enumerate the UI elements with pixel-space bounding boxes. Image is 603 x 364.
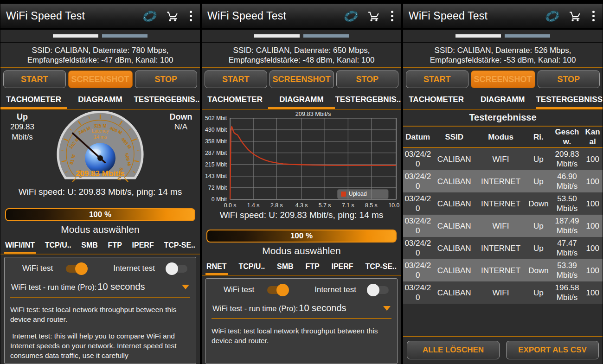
- mode-tab-ftp[interactable]: FTP: [107, 237, 123, 254]
- tab-testergebniss[interactable]: TESTERGEBNISS: [536, 90, 603, 109]
- cell-datum: 03/24/20: [403, 148, 433, 170]
- cell-ri: Up: [526, 148, 552, 170]
- throughput-chart-block: 209.83 Mbit/s0 Mbit72 Mbit143 Mbit215 Mb…: [202, 110, 401, 210]
- tab-diagramm[interactable]: DIAGRAMM: [67, 90, 133, 109]
- app-bar: WiFi Speed Test: [0, 4, 200, 30]
- tab-testergebnis[interactable]: TESTERGEBNIS..: [335, 90, 401, 109]
- wifi-test-label: WiFi test: [224, 285, 254, 294]
- tab-tachometer[interactable]: TACHOMETER: [202, 90, 268, 109]
- export-csv-button[interactable]: EXPORT ALS CSV: [506, 341, 599, 359]
- overflow-menu-icon[interactable]: [389, 11, 396, 21]
- mode-tab-smb[interactable]: SMB: [80, 237, 99, 254]
- connection-info-line2: Empfangsfeldstärke: -53 dBm, Kanal: 100: [405, 55, 601, 65]
- cell-ri: Up: [526, 281, 552, 304]
- cell-ri: Down: [526, 192, 552, 215]
- svg-text:10.0 s: 10.0 s: [388, 202, 400, 209]
- overflow-menu-icon[interactable]: [590, 11, 597, 21]
- dropdown-caret-icon: [182, 285, 189, 289]
- svg-text:209.83 Mbit/s: 209.83 Mbit/s: [295, 111, 331, 117]
- svg-text:Latency: Latency: [92, 128, 109, 134]
- delete-all-button[interactable]: ALLE LÖSCHEN: [407, 341, 500, 359]
- cell-ri: Up: [526, 215, 552, 237]
- cell-datum: 03/24/20: [403, 215, 433, 237]
- result-row[interactable]: 03/24/20CALIBANINTERNETDown53.50 Mbit/s1…: [403, 192, 603, 215]
- tab-testergebnis[interactable]: TESTERGEBNIS..: [134, 90, 200, 109]
- main-tab-bar: TACHOMETERDIAGRAMMTESTERGEBNIS..: [202, 90, 401, 110]
- tab-diagramm[interactable]: DIAGRAMM: [469, 90, 536, 109]
- mode-tab-tcp-u[interactable]: TCP/U..: [44, 237, 72, 254]
- internet-test-toggle[interactable]: [368, 286, 389, 294]
- sync-ring-icon[interactable]: [142, 8, 158, 24]
- svg-text:5.7 s: 5.7 s: [319, 202, 331, 209]
- result-row[interactable]: 03/24/20CALIBANWIFIUp196.58 Mbit/s100: [403, 281, 603, 304]
- mode-tab-iperf[interactable]: IPERF: [131, 237, 155, 254]
- cart-icon[interactable]: [569, 10, 581, 22]
- start-button[interactable]: START: [406, 70, 468, 88]
- runtime-dropdown[interactable]: WiFi test - run time (Pro): 10 seconds: [10, 281, 190, 298]
- status-bar: [202, 0, 401, 4]
- screenshot-button[interactable]: SCREENSHOT: [68, 70, 133, 88]
- screenshot-button[interactable]: SCREENSHOT: [269, 70, 334, 88]
- toggle-row: WiFi test Internet test: [10, 262, 190, 275]
- cell-ri: Up: [526, 237, 552, 259]
- screen-testergebnisse: WiFi Speed Test SSID: CALIBAN: [403, 0, 603, 364]
- result-row[interactable]: 03/24/20CALIBANINTERNETUp47.47 Mbit/s100: [403, 237, 603, 259]
- cell-modus: INTERNET: [476, 237, 526, 259]
- mode-tab-smb[interactable]: SMB: [276, 258, 295, 275]
- result-row[interactable]: 03/24/20CALIBANWIFIUp187.49 Mbit/s100: [403, 215, 603, 237]
- cell-geschw: 53.50 Mbit/s: [552, 192, 583, 215]
- sync-ring-icon[interactable]: [545, 8, 560, 24]
- cell-kanal: 100: [583, 170, 603, 192]
- wifi-test-toggle[interactable]: [267, 286, 288, 294]
- cell-datum: 03/24/20: [403, 170, 433, 192]
- tab-tachometer[interactable]: TACHOMETER: [0, 90, 67, 109]
- mode-tab-iperf[interactable]: IPERF: [330, 258, 354, 275]
- mode-tab-tcp-se[interactable]: TCP-SE..: [163, 237, 196, 254]
- stop-button[interactable]: STOP: [538, 70, 600, 88]
- svg-text:8.5 s: 8.5 s: [365, 202, 378, 209]
- mode-tab-bar: WIFI/INTTCP/U..SMBFTPIPERFTCP-SE..: [0, 237, 200, 255]
- action-buttons: START SCREENSHOT STOP: [0, 68, 200, 90]
- wifi-test-toggle[interactable]: [66, 265, 86, 273]
- stop-button[interactable]: STOP: [135, 70, 198, 88]
- connection-info: SSID: CALIBAN, Datenrate: 780 Mbps, Empf…: [0, 43, 200, 68]
- result-row[interactable]: 03/24/20CALIBANINTERNETUp46.90 Mbit/s100: [403, 170, 603, 192]
- internet-test-toggle[interactable]: [167, 265, 187, 273]
- cell-ri: Up: [526, 170, 552, 192]
- start-button[interactable]: START: [3, 70, 66, 88]
- cell-kanal: 100: [583, 281, 603, 304]
- start-button[interactable]: START: [205, 70, 267, 88]
- down-label: Down: [166, 112, 196, 122]
- runtime-label: WiFi test - run time (Pro):: [11, 283, 96, 292]
- screenshot-button[interactable]: SCREENSHOT: [471, 70, 535, 88]
- runtime-dropdown[interactable]: WiFi test - run time (Pro): 10 seconds: [212, 303, 391, 319]
- tab-diagramm[interactable]: DIAGRAMM: [268, 90, 334, 109]
- tab-tachometer[interactable]: TACHOMETER: [403, 90, 469, 109]
- svg-text:2.8 s: 2.8 s: [270, 202, 283, 209]
- cart-icon[interactable]: [167, 10, 179, 22]
- runtime-label: WiFi test - run time (Pro):: [212, 304, 298, 313]
- overflow-menu-icon[interactable]: [187, 11, 194, 21]
- mode-tab-wifi-int[interactable]: WIFI/INT: [4, 237, 36, 254]
- svg-text:143 Mbit: 143 Mbit: [205, 173, 227, 179]
- mode-tab-ftp[interactable]: FTP: [304, 258, 320, 275]
- stop-button[interactable]: STOP: [336, 70, 399, 88]
- cart-icon[interactable]: [368, 10, 380, 22]
- mode-tab-tcp-u[interactable]: TCP/U..: [237, 258, 266, 275]
- result-row[interactable]: 03/24/20CALIBANWIFIUp209.83 Mbit/s100: [403, 148, 603, 170]
- wifi-test-label: WiFi test: [22, 264, 53, 273]
- column-header-kanal: Kanal: [583, 127, 603, 147]
- sync-ring-icon[interactable]: [343, 8, 359, 24]
- connection-info: SSID: CALIBAN, Datenrate: 650 Mbps, Empf…: [202, 43, 401, 68]
- cell-modus: WIFI: [476, 281, 526, 304]
- result-row[interactable]: 03/24/20CALIBANINTERNETDown53.39 Mbit/s1…: [403, 259, 603, 281]
- svg-text:7.1 s: 7.1 s: [342, 202, 354, 209]
- mode-tab-rnet[interactable]: RNET: [205, 258, 228, 275]
- column-header-ri: Ri.: [526, 127, 552, 147]
- cell-datum: 03/24/20: [403, 192, 433, 215]
- results-table-header: DatumSSIDModusRi.Geschw.Kanal: [403, 127, 603, 148]
- mode-tab-tcp-se[interactable]: TCP-SE..: [364, 258, 398, 275]
- internet-test-label: Internet test: [113, 264, 155, 273]
- svg-text:4.3 s: 4.3 s: [295, 202, 308, 209]
- svg-text:Upload: Upload: [349, 191, 367, 197]
